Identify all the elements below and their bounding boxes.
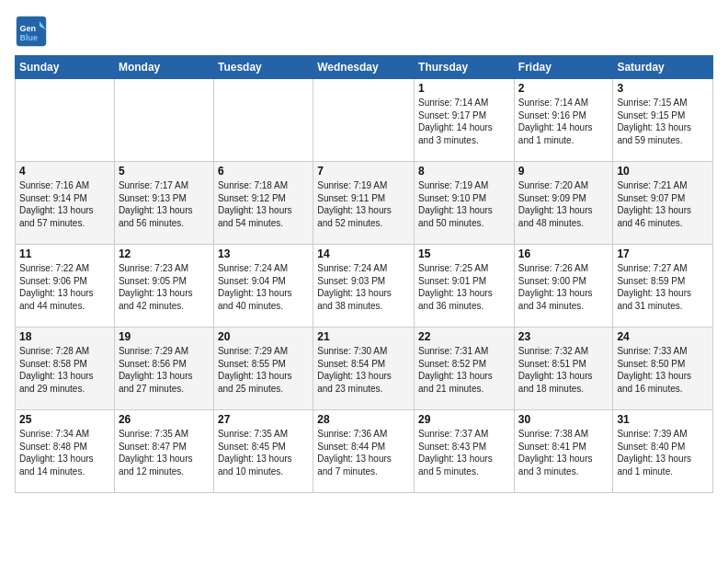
day-number: 22 <box>418 330 510 343</box>
calendar-cell-21: 18Sunrise: 7:28 AM Sunset: 8:58 PM Dayli… <box>16 327 115 410</box>
day-number: 12 <box>119 247 210 260</box>
calendar-cell-25: 22Sunrise: 7:31 AM Sunset: 8:52 PM Dayli… <box>415 327 515 410</box>
day-info: Sunrise: 7:33 AM Sunset: 8:50 PM Dayligh… <box>617 345 709 395</box>
calendar-cell-12: 9Sunrise: 7:20 AM Sunset: 9:09 PM Daylig… <box>514 162 613 245</box>
calendar-cell-3 <box>313 79 415 162</box>
calendar-cell-24: 21Sunrise: 7:30 AM Sunset: 8:54 PM Dayli… <box>313 327 415 410</box>
day-number: 10 <box>617 165 709 178</box>
logo: Gen Blue <box>15 15 51 48</box>
day-number: 4 <box>19 165 110 178</box>
calendar-table: SundayMondayTuesdayWednesdayThursdayFrid… <box>15 55 713 493</box>
day-info: Sunrise: 7:29 AM Sunset: 8:56 PM Dayligh… <box>119 345 210 395</box>
day-info: Sunrise: 7:35 AM Sunset: 8:47 PM Dayligh… <box>119 428 210 477</box>
weekday-header-friday: Friday <box>514 56 613 79</box>
day-number: 17 <box>617 247 709 260</box>
day-number: 14 <box>317 247 410 260</box>
day-info: Sunrise: 7:37 AM Sunset: 8:43 PM Dayligh… <box>418 428 510 477</box>
calendar-cell-14: 11Sunrise: 7:22 AM Sunset: 9:06 PM Dayli… <box>16 245 115 327</box>
day-number: 5 <box>119 165 210 178</box>
day-number: 25 <box>19 413 110 426</box>
calendar-cell-1 <box>114 79 213 162</box>
day-number: 24 <box>617 330 709 343</box>
day-info: Sunrise: 7:14 AM Sunset: 9:17 PM Dayligh… <box>418 97 510 146</box>
day-info: Sunrise: 7:26 AM Sunset: 9:00 PM Dayligh… <box>518 262 609 312</box>
day-number: 13 <box>218 247 309 260</box>
day-number: 28 <box>317 413 410 426</box>
calendar-cell-22: 19Sunrise: 7:29 AM Sunset: 8:56 PM Dayli… <box>114 327 213 410</box>
svg-text:Blue: Blue <box>19 33 38 42</box>
weekday-header-monday: Monday <box>114 56 213 79</box>
calendar-cell-9: 6Sunrise: 7:18 AM Sunset: 9:12 PM Daylig… <box>213 162 313 245</box>
calendar-cell-10: 7Sunrise: 7:19 AM Sunset: 9:11 PM Daylig… <box>313 162 415 245</box>
calendar-cell-33: 30Sunrise: 7:38 AM Sunset: 8:41 PM Dayli… <box>514 410 613 493</box>
day-number: 26 <box>119 413 210 426</box>
calendar-cell-19: 16Sunrise: 7:26 AM Sunset: 9:00 PM Dayli… <box>514 245 613 327</box>
day-info: Sunrise: 7:15 AM Sunset: 9:15 PM Dayligh… <box>617 97 709 146</box>
day-info: Sunrise: 7:24 AM Sunset: 9:04 PM Dayligh… <box>218 262 309 312</box>
page-header: Gen Blue <box>15 15 713 48</box>
day-info: Sunrise: 7:21 AM Sunset: 9:07 PM Dayligh… <box>617 179 709 229</box>
day-info: Sunrise: 7:18 AM Sunset: 9:12 PM Dayligh… <box>218 179 309 229</box>
day-number: 7 <box>317 165 410 178</box>
day-info: Sunrise: 7:28 AM Sunset: 8:58 PM Dayligh… <box>19 345 110 395</box>
logo-icon: Gen Blue <box>15 15 48 48</box>
calendar-cell-32: 29Sunrise: 7:37 AM Sunset: 8:43 PM Dayli… <box>415 410 515 493</box>
calendar-cell-15: 12Sunrise: 7:23 AM Sunset: 9:05 PM Dayli… <box>114 245 213 327</box>
calendar-cell-4: 1Sunrise: 7:14 AM Sunset: 9:17 PM Daylig… <box>415 79 515 162</box>
day-number: 16 <box>518 247 609 260</box>
day-info: Sunrise: 7:23 AM Sunset: 9:05 PM Dayligh… <box>119 262 210 312</box>
day-number: 11 <box>19 247 110 260</box>
calendar-cell-2 <box>213 79 313 162</box>
calendar-cell-13: 10Sunrise: 7:21 AM Sunset: 9:07 PM Dayli… <box>613 162 713 245</box>
calendar-cell-20: 17Sunrise: 7:27 AM Sunset: 8:59 PM Dayli… <box>613 245 713 327</box>
calendar-cell-16: 13Sunrise: 7:24 AM Sunset: 9:04 PM Dayli… <box>213 245 313 327</box>
day-info: Sunrise: 7:39 AM Sunset: 8:40 PM Dayligh… <box>617 428 709 477</box>
calendar-cell-23: 20Sunrise: 7:29 AM Sunset: 8:55 PM Dayli… <box>213 327 313 410</box>
calendar-cell-17: 14Sunrise: 7:24 AM Sunset: 9:03 PM Dayli… <box>313 245 415 327</box>
calendar-cell-26: 23Sunrise: 7:32 AM Sunset: 8:51 PM Dayli… <box>514 327 613 410</box>
day-number: 29 <box>418 413 510 426</box>
calendar-cell-34: 31Sunrise: 7:39 AM Sunset: 8:40 PM Dayli… <box>613 410 713 493</box>
calendar-cell-27: 24Sunrise: 7:33 AM Sunset: 8:50 PM Dayli… <box>613 327 713 410</box>
svg-text:Gen: Gen <box>19 24 36 33</box>
day-info: Sunrise: 7:20 AM Sunset: 9:09 PM Dayligh… <box>518 179 609 229</box>
calendar-cell-5: 2Sunrise: 7:14 AM Sunset: 9:16 PM Daylig… <box>514 79 613 162</box>
calendar-cell-31: 28Sunrise: 7:36 AM Sunset: 8:44 PM Dayli… <box>313 410 415 493</box>
day-info: Sunrise: 7:24 AM Sunset: 9:03 PM Dayligh… <box>317 262 410 312</box>
day-number: 1 <box>418 82 510 95</box>
day-info: Sunrise: 7:34 AM Sunset: 8:48 PM Dayligh… <box>19 428 110 477</box>
day-number: 15 <box>418 247 510 260</box>
day-info: Sunrise: 7:19 AM Sunset: 9:10 PM Dayligh… <box>418 179 510 229</box>
day-number: 23 <box>518 330 609 343</box>
day-number: 19 <box>119 330 210 343</box>
weekday-header-tuesday: Tuesday <box>213 56 313 79</box>
weekday-header-saturday: Saturday <box>613 56 713 79</box>
calendar-cell-11: 8Sunrise: 7:19 AM Sunset: 9:10 PM Daylig… <box>415 162 515 245</box>
day-number: 27 <box>218 413 309 426</box>
calendar-cell-0 <box>16 79 115 162</box>
day-info: Sunrise: 7:29 AM Sunset: 8:55 PM Dayligh… <box>218 345 309 395</box>
day-info: Sunrise: 7:16 AM Sunset: 9:14 PM Dayligh… <box>19 179 110 229</box>
weekday-header-thursday: Thursday <box>415 56 515 79</box>
day-info: Sunrise: 7:17 AM Sunset: 9:13 PM Dayligh… <box>119 179 210 229</box>
weekday-header-wednesday: Wednesday <box>313 56 415 79</box>
day-info: Sunrise: 7:38 AM Sunset: 8:41 PM Dayligh… <box>518 428 609 477</box>
day-info: Sunrise: 7:19 AM Sunset: 9:11 PM Dayligh… <box>317 179 410 229</box>
day-info: Sunrise: 7:27 AM Sunset: 8:59 PM Dayligh… <box>617 262 709 312</box>
day-info: Sunrise: 7:35 AM Sunset: 8:45 PM Dayligh… <box>218 428 309 477</box>
day-number: 2 <box>518 82 609 95</box>
day-info: Sunrise: 7:36 AM Sunset: 8:44 PM Dayligh… <box>317 428 410 477</box>
day-info: Sunrise: 7:25 AM Sunset: 9:01 PM Dayligh… <box>418 262 510 312</box>
day-number: 18 <box>19 330 110 343</box>
day-info: Sunrise: 7:31 AM Sunset: 8:52 PM Dayligh… <box>418 345 510 395</box>
day-info: Sunrise: 7:14 AM Sunset: 9:16 PM Dayligh… <box>518 97 609 146</box>
calendar-cell-30: 27Sunrise: 7:35 AM Sunset: 8:45 PM Dayli… <box>213 410 313 493</box>
calendar-cell-8: 5Sunrise: 7:17 AM Sunset: 9:13 PM Daylig… <box>114 162 213 245</box>
day-info: Sunrise: 7:30 AM Sunset: 8:54 PM Dayligh… <box>317 345 410 395</box>
day-number: 9 <box>518 165 609 178</box>
calendar-cell-7: 4Sunrise: 7:16 AM Sunset: 9:14 PM Daylig… <box>16 162 115 245</box>
day-number: 8 <box>418 165 510 178</box>
day-number: 20 <box>218 330 309 343</box>
calendar-cell-18: 15Sunrise: 7:25 AM Sunset: 9:01 PM Dayli… <box>415 245 515 327</box>
weekday-header-sunday: Sunday <box>16 56 115 79</box>
